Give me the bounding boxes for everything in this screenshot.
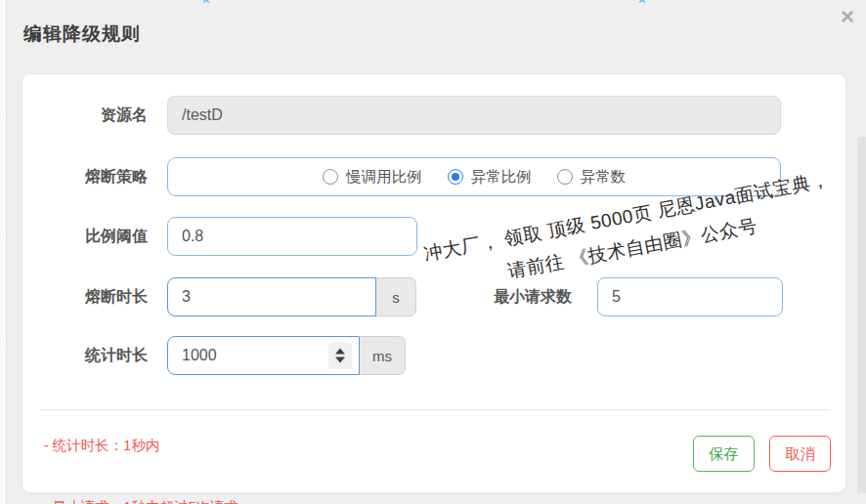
duration-label: 熔断时长 [22,288,148,306]
strategy-radio-group: 慢调用比例 异常比例 异常数 [167,157,781,196]
note-line: - 最小请求：1秒内超过5次请求 [44,497,308,504]
radio-exception-ratio[interactable]: 异常比例 [448,167,532,188]
edge-artifact-icon: × [202,0,210,6]
stepper-up-icon[interactable] [335,349,345,355]
save-button[interactable]: 保存 [693,436,755,472]
duration-unit-addon: s [376,277,416,316]
stat-interval-value: 1000 [182,347,217,364]
stat-interval-input[interactable]: 1000 [167,336,360,375]
resource-name-label: 资源名 [22,106,148,124]
stat-interval-unit-addon: ms [360,336,406,375]
min-requests-input[interactable] [597,277,783,316]
note-line: - 统计时长：1秒内 [44,436,308,456]
radio-circle-icon[interactable] [323,169,338,185]
left-edge-strip [0,0,7,504]
radio-label: 异常数 [581,167,627,188]
duration-input[interactable] [167,277,376,316]
dialog-title: 编辑降级规则 [23,21,141,47]
stat-interval-label: 统计时长 [22,347,148,364]
radio-label: 慢调用比例 [346,167,422,188]
radio-circle-icon[interactable] [557,169,573,185]
close-icon[interactable]: × [835,4,860,29]
edge-artifact-icon: × [638,0,646,6]
dialog-body-card: 资源名 熔断策略 慢调用比例 异常比例 异常数 比例阈值 熔断时长 s 最小请求… [22,73,846,493]
radio-slow-call-ratio[interactable]: 慢调用比例 [323,167,422,188]
resource-name-input [167,96,781,135]
radio-exception-count[interactable]: 异常数 [557,167,627,188]
ratio-threshold-label: 比例阈值 [22,228,148,245]
radio-circle-icon[interactable] [448,169,463,185]
rule-notes: - 统计时长：1秒内 - 最小请求：1秒内超过5次请求 - 比例阈值：发生异常的… [44,395,308,504]
min-requests-label: 最小请求数 [445,288,572,306]
cancel-button[interactable]: 取消 [769,436,831,472]
radio-label: 异常比例 [471,167,532,188]
number-stepper-icon[interactable] [328,343,352,369]
background-scrollbar [857,137,866,493]
strategy-label: 熔断策略 [22,168,148,186]
ratio-threshold-input[interactable] [167,217,417,256]
stepper-down-icon[interactable] [335,357,345,363]
